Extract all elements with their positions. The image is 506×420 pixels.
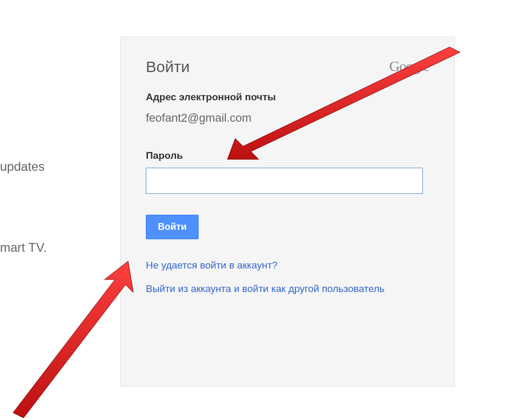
password-label: Пароль — [146, 150, 429, 161]
background-text-updates: updates — [0, 159, 44, 174]
email-value: feofant2@gmail.com — [146, 111, 429, 125]
login-card: Войти Google Адрес электронной почты feo… — [120, 37, 455, 387]
switch-account-link[interactable]: Выйти из аккаунта и войти как другой пол… — [146, 282, 407, 297]
cant-access-link[interactable]: Не удается войти в аккаунт? — [146, 258, 407, 273]
signin-button[interactable]: Войти — [146, 215, 199, 239]
email-label: Адрес электронной почты — [146, 91, 429, 103]
background-text-smarttv: mart TV. — [0, 240, 47, 255]
svg-marker-1 — [13, 261, 133, 418]
card-header: Войти Google — [146, 58, 429, 76]
password-input[interactable] — [146, 168, 423, 194]
google-logo: Google — [389, 58, 429, 75]
login-title: Войти — [146, 58, 190, 76]
